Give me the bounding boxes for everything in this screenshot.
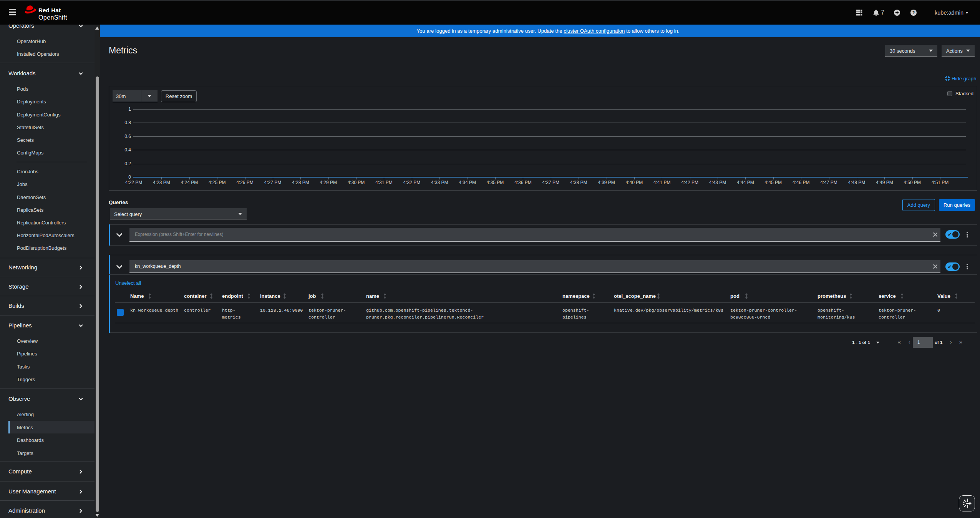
svg-text:?: ? xyxy=(912,10,915,15)
